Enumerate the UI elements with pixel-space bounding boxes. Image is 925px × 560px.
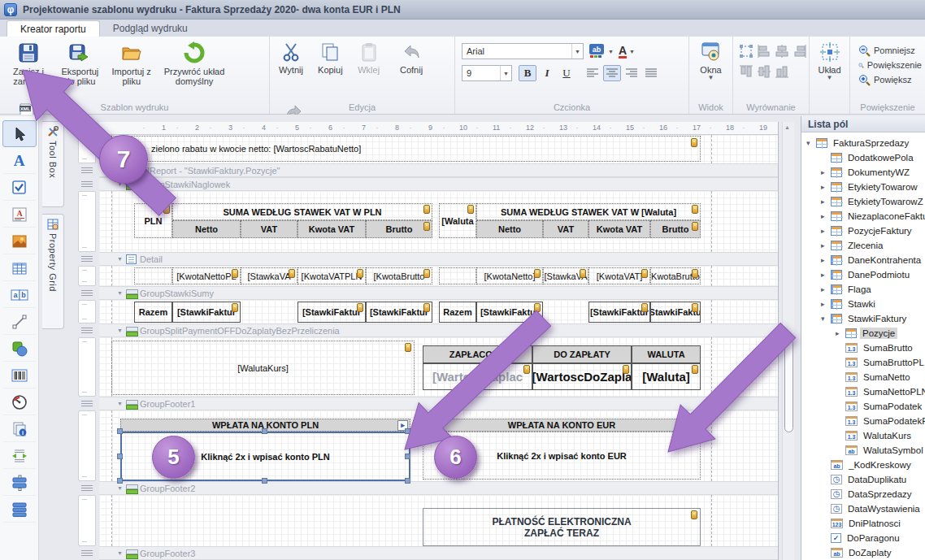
band-header-group-stawki-sumy[interactable]: ▼ GroupStawkiSumy [99,286,778,300]
tree-expand-icon[interactable]: ▸ [821,168,831,176]
chevron-down-icon[interactable]: ▼ [500,66,511,80]
vertical-scrollbar[interactable]: ▲ [782,122,794,560]
field-list-item[interactable]: ab_KodKreskowy [801,458,925,472]
restore-default-layout-button[interactable]: Przywróć układ domyślny [158,37,231,97]
field-list-item[interactable]: 1.3SumaBruttoPL [801,355,925,370]
chevron-down-icon[interactable]: ▼ [608,49,614,54]
detail-empty-cell[interactable] [134,267,172,284]
wartosc-do-zaplaty-cell[interactable]: [WartoscDoZapla [532,363,632,390]
band-header-group-footer2[interactable]: ▼ GroupFooter2 [99,481,778,495]
tree-expand-icon[interactable]: ▸ [821,285,831,293]
field-list-item[interactable]: ▸Flaga [801,282,925,297]
zaplacono-header[interactable]: ZAPŁACONO [423,345,532,363]
field-list-item[interactable]: 1.3SumaPodatek [801,399,925,414]
tree-expand-icon[interactable]: ▸ [821,256,831,264]
collapse-arrow-icon[interactable]: ▼ [117,256,123,262]
band-grip[interactable] [81,485,93,491]
band-grip[interactable] [81,181,93,187]
copy-button[interactable]: Kopiuj [311,37,349,97]
chevron-down-icon[interactable]: ▼ [629,49,635,54]
tree-expand-icon[interactable]: ▸ [821,183,831,191]
tree-expand-icon[interactable]: ▸ [821,271,831,279]
page-info-tool[interactable]: i [2,415,37,442]
field-list-item[interactable]: ▸DaneKontrahenta [801,253,925,267]
scroll-up-arrow-icon[interactable]: ▲ [784,124,790,130]
razem-label-cell[interactable]: Razem [134,302,172,323]
vat-cur-title-cell[interactable]: SUMA WEDŁUG STAWEK VAT W [Waluta] [476,203,701,220]
field-list-item[interactable]: ▸DanePodmiotu [801,267,925,282]
vat-pln-currency-cell[interactable]: PLN [134,203,172,238]
band-header-detail[interactable]: ▼ Detail [99,252,778,266]
save-close-button[interactable]: Zapisz i zamknij [5,37,52,97]
tree-expand-icon[interactable]: ▸ [821,300,831,308]
field-list-item[interactable]: ◷DataDuplikatu [801,472,925,487]
sum-cell[interactable]: [StawkiFaktur [650,302,701,323]
font-family-combo[interactable]: Arial ▼ [462,43,584,59]
walutakurs-cell[interactable]: [WalutaKurs] [111,341,415,395]
field-list-item[interactable]: 1.3SumaPodatekP [801,414,925,428]
tab-property-grid[interactable]: Property Grid [42,214,64,329]
detail-kwotavat-cell[interactable]: [KwotaVAT] [588,267,650,284]
barcode-tool[interactable] [2,362,37,389]
band-grip[interactable] [81,401,93,406]
field-list-item[interactable]: ◷DataWystawienia [801,501,925,516]
tab-kreator-raportu[interactable]: Kreator raportu [7,20,100,37]
italic-button[interactable]: I [538,65,556,81]
field-list-item[interactable]: ▸DokumentyWZ [801,165,925,180]
tree-expand-icon[interactable]: ▸ [821,212,831,220]
field-list-item[interactable]: ▸Zlecenia [801,238,925,253]
field-list-item[interactable]: 1.3SumaBrutto [801,341,925,355]
band-header-group-split-payment[interactable]: ▼ GroupSplitPaymentOFFDoZaplatyBezPrzeli… [99,323,778,337]
field-list-item[interactable]: DodatkowePola [801,150,925,165]
vat-cur-vat-header[interactable]: VAT [543,220,588,238]
vat-pln-title-cell[interactable]: SUMA WEDŁUG STAWEK VAT W PLN [172,203,432,220]
export-file-button[interactable]: Eksportuj do pliku [54,37,105,97]
konto-eur-header[interactable]: WPŁATA NA KONTO EUR [423,419,701,432]
sum-cell[interactable]: [StawkiFaktur [588,302,650,323]
platnosc-elektroniczna-cell[interactable]: PŁATNOŚĆ ELEKTRONICZNAZAPŁAĆ TERAZ [423,508,701,546]
detail-kwotavat-pln-cell[interactable]: [KwotaVATPLN [297,267,366,284]
detail-kwotabrutto-cell[interactable]: [KwotaBrutto] [650,267,701,284]
sum-cell[interactable]: [StawkiFaktur [297,302,366,323]
uklad-button[interactable]: Układ ▼ [812,37,848,97]
okna-button[interactable]: Okna ▼ [693,37,730,97]
field-list-item[interactable]: abDoZaplaty [801,545,925,558]
sum-cell[interactable]: [StawkiFaktur [172,302,241,323]
scrollbar-thumb[interactable] [784,339,793,432]
paste-button[interactable]: Wklej [352,37,386,97]
detail-kwotabrutto-pln-cell[interactable]: [KwotaBrutto [366,267,432,284]
band-grip[interactable] [81,167,93,173]
align-right-button[interactable] [623,65,641,81]
panel-tool[interactable] [2,469,37,496]
sum-cell[interactable]: [StawkiFaktur [476,302,543,323]
picture-tool[interactable] [2,228,37,254]
collapse-arrow-icon[interactable]: ▼ [117,401,123,406]
collapse-arrow-icon[interactable]: ▼ [117,290,123,296]
band-grip[interactable] [81,290,93,296]
tree-expand-icon[interactable]: ▾ [821,315,831,323]
field-list-item[interactable]: ◷DataSprzedazy [801,487,925,501]
sum-cell[interactable]: [StawkiFaktur [366,302,432,323]
field-list-item[interactable]: ▸EtykietyTowarowZ [801,194,925,209]
field-list-item[interactable]: ▸Stawki [801,297,925,311]
field-list-item[interactable]: ▾FakturaSprzedazy [801,136,925,150]
collapse-arrow-icon[interactable]: ▼ [117,550,123,556]
table-of-contents-tool[interactable] [2,496,37,523]
font-color-button[interactable]: A ▼ [619,45,635,59]
pointer-tool[interactable] [2,120,37,147]
field-list-item[interactable]: ▾StawkiFaktury [801,311,925,326]
zoom-level-button[interactable]: Powiększenie [855,58,925,72]
vat-pln-vat-header[interactable]: VAT [241,220,297,238]
waluta-value-cell[interactable]: [Waluta] [632,363,701,390]
tab-tool-box[interactable]: Tool Box [42,121,64,207]
band-grip[interactable] [81,256,93,262]
vat-cur-netto-header[interactable]: Netto [476,220,543,238]
detail-empty-cell[interactable] [439,267,476,284]
detail-kwotanetto-pln-cell[interactable]: [KwotaNettoPL [172,267,241,284]
shape-tool[interactable] [2,335,37,362]
tree-expand-icon[interactable]: ▸ [821,198,831,206]
vat-pln-brutto-header[interactable]: Brutto [366,220,432,238]
detail-kwotanetto-cell[interactable]: [KwotaNetto] [476,267,543,284]
bold-button[interactable]: B [519,65,536,81]
tree-expand-icon[interactable]: ▾ [806,139,816,147]
